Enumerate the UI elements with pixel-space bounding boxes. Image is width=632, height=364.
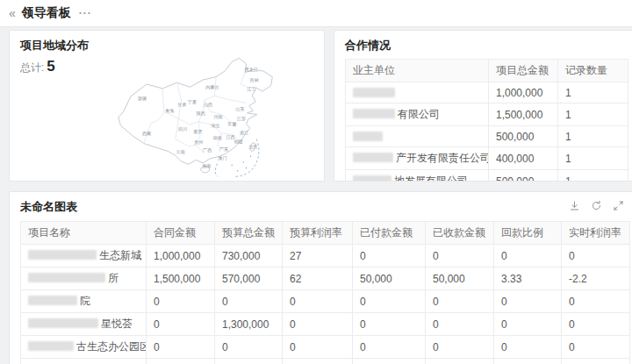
- map-total-value: 5: [47, 58, 54, 75]
- cell: 1: [558, 170, 628, 182]
- top-bar: « 领导看板 ···: [0, 0, 632, 27]
- svg-text:广西: 广西: [203, 147, 212, 153]
- cell: 0: [494, 313, 562, 336]
- cell: 0: [353, 290, 426, 313]
- redacted-text: [28, 318, 98, 328]
- table-header-row: 业主单位项目总金额记录数量: [346, 60, 628, 82]
- svg-text:浙江: 浙江: [240, 130, 248, 136]
- expand-icon[interactable]: [613, 200, 624, 211]
- cell: 0: [353, 336, 426, 359]
- cell: 27: [283, 245, 353, 268]
- svg-text:云南: 云南: [176, 149, 185, 154]
- table-row: 1,000,0001: [346, 82, 628, 103]
- column-header: 业主单位: [346, 60, 489, 82]
- cell: 0: [353, 313, 426, 336]
- svg-text:新疆: 新疆: [138, 96, 147, 101]
- svg-text:陕西: 陕西: [197, 111, 205, 116]
- column-header: 预算利润率: [283, 222, 353, 245]
- svg-text:湖南: 湖南: [213, 135, 222, 140]
- svg-text:西藏: 西藏: [142, 131, 151, 136]
- page-title: 领导看板: [22, 5, 71, 21]
- column-header: 回款比例: [494, 222, 562, 245]
- projects-table: 项目名称合同金额预算总金额预算利润率已付款金额已收款金额回款比例实时利润率 生态…: [20, 221, 630, 364]
- redacted-text: [28, 250, 97, 260]
- redacted-text: [28, 341, 74, 351]
- svg-text:山东: 山东: [235, 106, 244, 111]
- svg-text:广东: 广东: [219, 146, 228, 152]
- cell: 0: [426, 245, 494, 268]
- cell: 1: [558, 82, 628, 103]
- cell: 院: [21, 290, 147, 313]
- redacted-text: [353, 88, 395, 97]
- cell: 500,000: [489, 126, 558, 147]
- download-icon[interactable]: [569, 200, 580, 211]
- cell: 0: [283, 336, 353, 359]
- column-header: 预算总金额: [215, 222, 283, 245]
- redacted-text: [353, 109, 395, 118]
- cell: 产开发有限责任公司: [346, 147, 489, 170]
- svg-text:甘肃: 甘肃: [177, 102, 186, 107]
- column-header: 已收款金额: [426, 222, 494, 245]
- panel-title: 未命名图表: [10, 192, 632, 218]
- cell: 400,000: [489, 147, 558, 170]
- cell: [346, 82, 489, 103]
- china-map: 黑龙江吉林辽宁内蒙古新疆青海甘肃宁夏山西山东陕西河南江苏安徽西藏四川重庆湖北浙江…: [87, 55, 305, 178]
- cell: 0: [562, 336, 630, 359]
- panel-cooperation: 合作情况 业主单位项目总金额记录数量 1,000,0001有限公司1,500,0…: [334, 30, 632, 182]
- cell: 0: [562, 313, 630, 336]
- cell: 50,000: [353, 268, 426, 290]
- cell: 3.33: [494, 359, 562, 364]
- cell: 1: [558, 147, 628, 170]
- svg-text:宁夏: 宁夏: [188, 99, 197, 105]
- refresh-icon[interactable]: [591, 200, 602, 211]
- redacted-text: [28, 273, 105, 282]
- cell: 0: [283, 313, 353, 336]
- svg-text:山西: 山西: [204, 102, 212, 107]
- cell: 1,500,000: [489, 103, 558, 126]
- cell: 0: [215, 290, 283, 313]
- collapse-sidebar-icon[interactable]: «: [9, 7, 16, 19]
- redacted-text: [353, 132, 383, 141]
- cell: 0: [283, 290, 353, 313]
- cell: 1,000,000: [147, 245, 215, 268]
- cell: 0: [147, 313, 215, 336]
- svg-text:黑龙江: 黑龙江: [245, 67, 258, 73]
- more-options-icon[interactable]: ···: [79, 7, 92, 19]
- redacted-text: [353, 175, 391, 182]
- svg-text:重庆: 重庆: [193, 129, 202, 134]
- cell: 生态新城: [21, 245, 147, 268]
- table-row: 院0000000: [21, 290, 630, 313]
- cell: 50,000: [426, 359, 494, 364]
- cell: 3.33: [494, 268, 562, 290]
- column-header: 合同金额: [147, 222, 215, 245]
- svg-text:江苏: 江苏: [237, 116, 246, 122]
- column-header: 实时利润率: [562, 222, 630, 245]
- svg-text:湖北: 湖北: [211, 123, 219, 129]
- svg-text:海南: 海南: [202, 163, 211, 169]
- cell: 0: [426, 336, 494, 359]
- cell: 有限公司: [346, 103, 489, 126]
- svg-text:吉林: 吉林: [249, 77, 259, 82]
- svg-text:青海: 青海: [165, 108, 174, 114]
- cell: 1: [558, 103, 628, 126]
- redacted-text: [28, 296, 77, 305]
- cell: 730,000: [215, 245, 283, 268]
- cell: 0: [494, 245, 562, 268]
- table-row: 有限公司1,500,0001: [346, 103, 628, 126]
- table-row: 古生态办公园区0000000: [21, 336, 630, 359]
- column-header: 已付款金额: [353, 222, 426, 245]
- table-row: 星悦荟01,300,00000000: [21, 313, 630, 336]
- cell: 1,300,000: [215, 313, 283, 336]
- svg-text:安徽: 安徽: [227, 121, 236, 127]
- table-row: 地发展有限公司500,0001: [346, 170, 628, 182]
- svg-text:辽宁: 辽宁: [247, 86, 255, 91]
- cell: 1,500,000: [147, 268, 215, 290]
- table-row: 500,0001: [346, 126, 628, 147]
- table-row: 产开发有限责任公司400,0001: [346, 147, 628, 170]
- cell: 50,000: [426, 268, 494, 290]
- cell: -2.2: [562, 268, 630, 290]
- cell: -2.2: [562, 359, 630, 364]
- map-total-label: 总计:: [20, 61, 44, 74]
- cell: 62: [283, 268, 353, 290]
- cell: 500,000: [489, 170, 558, 182]
